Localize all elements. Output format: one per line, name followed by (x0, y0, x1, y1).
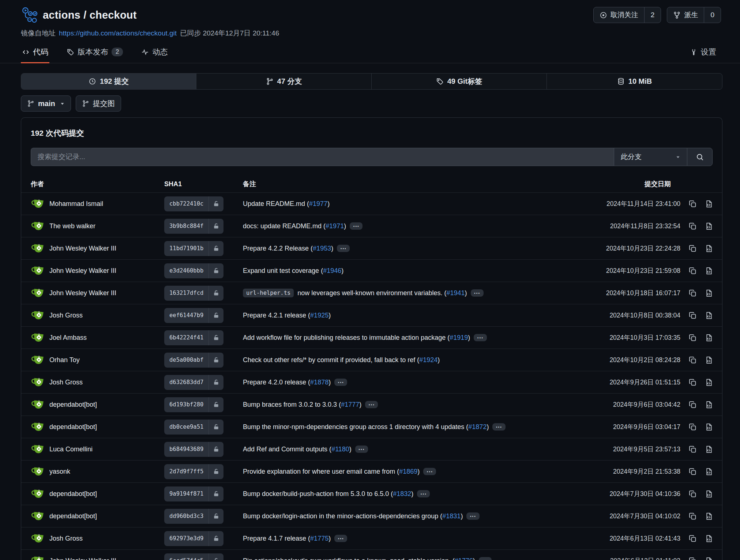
author-name[interactable]: dependabot[bot] (49, 490, 97, 498)
expand-message-button[interactable]: ... (365, 401, 378, 408)
copy-sha-button[interactable] (688, 222, 697, 230)
expand-message-button[interactable]: ... (474, 334, 487, 341)
issue-link[interactable]: #1977 (309, 200, 327, 207)
issue-link[interactable]: #1180 (331, 446, 349, 453)
expand-message-button[interactable]: ... (471, 289, 484, 297)
expand-message-button[interactable]: ... (334, 379, 347, 386)
author-name[interactable]: yasonk (49, 468, 70, 476)
issue-link[interactable]: #1946 (323, 267, 341, 274)
commit-sha-badge[interactable]: 692973e3d9 (164, 531, 223, 546)
view-file-at-commit-button[interactable] (705, 401, 713, 409)
view-file-at-commit-button[interactable] (705, 289, 713, 297)
gitea-cup-avatar[interactable] (31, 375, 45, 389)
commit-sha-badge[interactable]: 9a9194f871 (164, 486, 223, 501)
gitea-cup-avatar[interactable] (31, 286, 45, 300)
copy-sha-button[interactable] (688, 401, 697, 409)
gitea-cup-avatar[interactable] (31, 509, 45, 523)
view-file-at-commit-button[interactable] (705, 244, 713, 253)
gitea-cup-avatar[interactable] (31, 398, 45, 411)
expand-message-button[interactable]: ... (337, 245, 350, 252)
issue-link[interactable]: #1925 (310, 312, 328, 319)
view-file-at-commit-button[interactable] (705, 423, 713, 431)
commit-sha-badge[interactable]: 6b42224f41 (164, 330, 223, 345)
tab-activity[interactable]: 动态 (140, 45, 169, 63)
stats-commits[interactable]: 192 提交 (21, 74, 196, 89)
expand-message-button[interactable]: ... (417, 490, 430, 497)
stats-size[interactable]: 10 MiB (547, 74, 722, 89)
tab-releases[interactable]: 版本发布 2 (65, 45, 124, 63)
gitea-cup-avatar[interactable] (31, 331, 45, 345)
copy-sha-button[interactable] (688, 267, 697, 275)
repo-title[interactable]: actions / checkout (43, 9, 137, 21)
fork-button[interactable]: 派生 (667, 7, 704, 23)
author-name[interactable]: Joel Ambass (49, 334, 87, 342)
watchers-count[interactable]: 2 (644, 7, 661, 23)
commit-sha-badge[interactable]: db0cee9a51 (164, 420, 223, 435)
issue-link[interactable]: #1941 (447, 289, 465, 297)
branch-filter-dropdown[interactable]: 此分支 (614, 148, 687, 166)
branch-selector[interactable]: main (21, 95, 71, 112)
commit-sha-badge[interactable]: eef61447b9 (164, 308, 223, 323)
unwatch-button[interactable]: 取消关注 (594, 7, 644, 23)
view-file-at-commit-button[interactable] (705, 534, 713, 543)
view-file-at-commit-button[interactable] (705, 512, 713, 520)
commit-sha-badge[interactable]: e3d2460bbb (164, 263, 223, 278)
view-file-at-commit-button[interactable] (705, 200, 713, 208)
gitea-cup-avatar[interactable] (31, 465, 45, 478)
issue-link[interactable]: #1869 (399, 468, 417, 475)
gitea-cup-avatar[interactable] (31, 264, 45, 278)
issue-link[interactable]: #1832 (393, 490, 411, 497)
gitea-cup-avatar[interactable] (31, 531, 45, 545)
issue-link[interactable]: #1777 (341, 401, 359, 408)
search-commits-input[interactable]: 搜索提交记录... (31, 148, 614, 166)
expand-message-button[interactable]: ... (423, 468, 436, 475)
author-name[interactable]: Josh Gross (49, 312, 83, 319)
view-file-at-commit-button[interactable] (705, 378, 713, 387)
commit-sha-badge[interactable]: 2d7d9f7ff5 (164, 464, 223, 479)
author-name[interactable]: Luca Comellini (49, 446, 93, 453)
author-name[interactable]: Josh Gross (49, 379, 83, 386)
issue-link[interactable]: #1971 (326, 222, 344, 230)
author-name[interactable]: John Wesley Walker III (49, 289, 116, 297)
copy-sha-button[interactable] (688, 467, 697, 476)
issue-link[interactable]: #1953 (313, 245, 331, 252)
copy-sha-button[interactable] (688, 244, 697, 253)
commit-sha-badge[interactable]: 6d193bf280 (164, 397, 223, 412)
copy-sha-button[interactable] (688, 311, 697, 320)
commit-sha-badge[interactable]: 6ccd57f4c5 (164, 553, 223, 560)
view-file-at-commit-button[interactable] (705, 467, 713, 476)
view-file-at-commit-button[interactable] (705, 334, 713, 342)
gitea-cup-avatar[interactable] (31, 197, 45, 211)
issue-link[interactable]: #1919 (450, 334, 468, 341)
gitea-cup-avatar[interactable] (31, 353, 45, 367)
author-name[interactable]: dependabot[bot] (49, 512, 97, 520)
copy-sha-button[interactable] (688, 557, 697, 560)
author-name[interactable]: The web walker (49, 222, 95, 230)
issue-link[interactable]: #1775 (310, 535, 328, 542)
gitea-cup-avatar[interactable] (31, 420, 45, 434)
author-name[interactable]: Mohammad Ismail (49, 200, 103, 208)
tab-code[interactable]: 代码 (21, 45, 49, 63)
commit-sha-badge[interactable]: dd960bd3c3 (164, 509, 223, 524)
commit-sha-badge[interactable]: b684943689 (164, 442, 223, 457)
commit-sha-badge[interactable]: 11bd71901b (164, 241, 223, 256)
commit-graph-button[interactable]: 提交图 (76, 95, 121, 112)
gitea-cup-avatar[interactable] (31, 487, 45, 501)
author-name[interactable]: Orhan Toy (49, 356, 80, 364)
search-button[interactable] (687, 148, 713, 166)
author-name[interactable]: John Wesley Walker III (49, 267, 116, 275)
copy-sha-button[interactable] (688, 289, 697, 297)
view-file-at-commit-button[interactable] (705, 557, 713, 560)
copy-sha-button[interactable] (688, 334, 697, 342)
view-file-at-commit-button[interactable] (705, 445, 713, 454)
author-name[interactable]: John Wesley Walker III (49, 557, 116, 560)
gitea-cup-avatar[interactable] (31, 241, 45, 255)
tab-settings[interactable]: 设置 (689, 45, 717, 63)
commit-sha-badge[interactable]: cbb722410c (164, 196, 223, 211)
gitea-cup-avatar[interactable] (31, 442, 45, 456)
expand-message-button[interactable]: ... (355, 446, 368, 453)
expand-message-button[interactable]: ... (479, 557, 492, 560)
mirror-url-link[interactable]: https://github.com/actions/checkout.git (59, 29, 177, 37)
commit-sha-badge[interactable]: d632683dd7 (164, 375, 223, 390)
gitea-cup-avatar[interactable] (31, 219, 45, 233)
